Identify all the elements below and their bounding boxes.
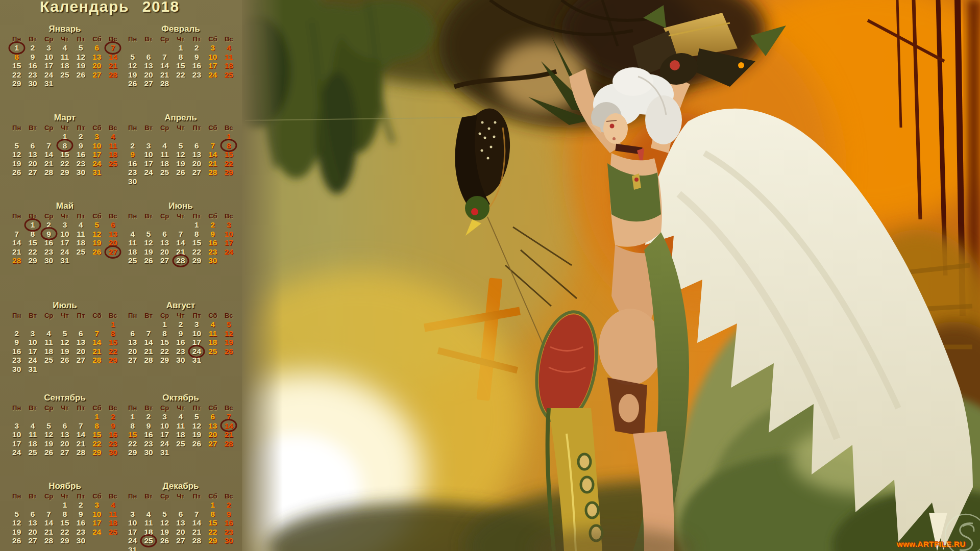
artfile-logo-icon xyxy=(936,505,980,551)
week-row: 24252627282930 xyxy=(9,448,121,457)
week-row: 23242526272829 xyxy=(125,168,237,177)
day-cell: 2 xyxy=(9,329,24,338)
week-row: 16171819202122 xyxy=(125,159,237,168)
day-cell xyxy=(24,500,40,510)
day-cell: 11 xyxy=(205,329,220,338)
weekday-label: Пт xyxy=(189,404,205,412)
day-cell xyxy=(9,132,24,141)
weekday-label: Пт xyxy=(189,492,205,500)
weekday-label: Пт xyxy=(189,212,205,220)
day-cell xyxy=(221,256,237,265)
day-cell: 6 xyxy=(140,53,156,62)
day-cell: 27 xyxy=(140,79,156,88)
weekday-label: Сб xyxy=(205,311,220,320)
day-cell: 20 xyxy=(24,528,40,537)
day-cell: 10 xyxy=(221,230,237,239)
day-cell: 20 xyxy=(189,159,205,168)
weekday-label: Вт xyxy=(140,212,156,220)
day-cell: 11 xyxy=(140,518,156,528)
week-row: 17181920212223 xyxy=(125,528,237,537)
day-cell: 8 xyxy=(57,510,72,519)
day-cell: 3 xyxy=(57,220,72,230)
day-cell: 15 xyxy=(57,150,72,159)
month-name: Июнь xyxy=(125,201,237,211)
day-cell: 9 xyxy=(24,53,40,62)
day-cell: 1 xyxy=(24,220,40,230)
day-cell: 13 xyxy=(140,61,156,70)
day-cell: 6 xyxy=(105,220,121,230)
day-cell: 9 xyxy=(105,421,121,431)
day-cell: 2 xyxy=(73,500,89,510)
day-cell: 12 xyxy=(189,421,205,431)
day-cell: 8 xyxy=(89,421,105,431)
day-cell: 23 xyxy=(205,247,220,257)
weekday-label: Чт xyxy=(173,404,188,412)
gauntlet-gem xyxy=(670,60,680,70)
weekday-label: Вт xyxy=(140,404,156,412)
month-8: АвгустПнВтСрЧтПтСбВс12345678910111213141… xyxy=(125,300,237,365)
weekday-label: Пт xyxy=(73,35,89,43)
day-cell xyxy=(125,500,140,510)
day-cell: 9 xyxy=(73,141,89,151)
day-cell: 7 xyxy=(105,43,121,53)
weekday-label: Сб xyxy=(89,212,105,220)
day-cell: 16 xyxy=(140,430,156,439)
day-cell: 11 xyxy=(41,338,57,347)
week-row: 12 xyxy=(9,412,121,421)
weekday-label: Пн xyxy=(9,311,24,320)
day-cell: 17 xyxy=(89,150,105,159)
weekday-label: Чт xyxy=(57,492,72,500)
day-cell: 6 xyxy=(205,412,220,421)
week-row: 1234 xyxy=(125,43,237,53)
weekday-label: Вс xyxy=(221,404,237,412)
weekday-label: Чт xyxy=(57,123,72,132)
day-cell: 19 xyxy=(221,338,237,347)
day-cell: 25 xyxy=(105,528,121,537)
day-cell: 9 xyxy=(173,329,188,338)
day-cell xyxy=(9,500,24,510)
month-name: Ноябрь xyxy=(9,481,121,491)
day-cell: 12 xyxy=(157,518,173,528)
day-cell: 3 xyxy=(125,510,140,519)
day-cell: 24 xyxy=(221,247,237,257)
weekday-header-row: ПнВтСрЧтПтСбВс xyxy=(9,35,121,43)
day-cell: 19 xyxy=(89,238,105,247)
day-cell xyxy=(57,79,72,88)
day-cell: 12 xyxy=(57,338,72,347)
day-cell: 12 xyxy=(89,230,105,239)
weekday-header-row: ПнВтСрЧтПтСбВс xyxy=(125,35,237,43)
day-cell: 24 xyxy=(24,356,40,365)
day-cell: 1 xyxy=(173,43,188,53)
day-cell: 26 xyxy=(9,168,24,177)
weekday-label: Пт xyxy=(73,123,89,132)
day-cell: 4 xyxy=(157,141,173,151)
day-cell: 17 xyxy=(24,347,40,356)
day-cell: 3 xyxy=(221,220,237,230)
day-cell: 14 xyxy=(140,338,156,347)
weekday-label: Вс xyxy=(105,123,121,132)
day-cell xyxy=(41,500,57,510)
day-cell xyxy=(24,132,40,141)
day-cell: 16 xyxy=(105,430,121,439)
weekday-header-row: ПнВтСрЧтПтСбВс xyxy=(125,404,237,412)
month-12: ДекабрьПнВтСрЧтПтСбВс1234567891011121314… xyxy=(125,481,237,551)
day-cell: 6 xyxy=(157,230,173,239)
day-cell: 23 xyxy=(41,247,57,257)
day-cell: 20 xyxy=(57,439,72,448)
weekday-label: Сб xyxy=(205,35,220,43)
day-cell: 10 xyxy=(9,430,24,439)
week-row: 30 xyxy=(125,177,237,186)
month-2: ФевральПнВтСрЧтПтСбВс1234567891011121314… xyxy=(125,23,237,88)
weekday-label: Вс xyxy=(105,404,121,412)
weekday-label: Ср xyxy=(41,212,57,220)
weekday-label: Чт xyxy=(57,404,72,412)
day-cell: 8 xyxy=(157,329,173,338)
day-cell: 13 xyxy=(24,150,40,159)
week-row: 3456789 xyxy=(9,421,121,431)
week-row: 15161718192021 xyxy=(9,61,121,70)
weekday-label: Ср xyxy=(41,311,57,320)
day-cell: 6 xyxy=(189,141,205,151)
day-cell: 31 xyxy=(57,256,72,265)
day-cell: 7 xyxy=(173,230,188,239)
weekday-label: Ср xyxy=(157,492,173,500)
